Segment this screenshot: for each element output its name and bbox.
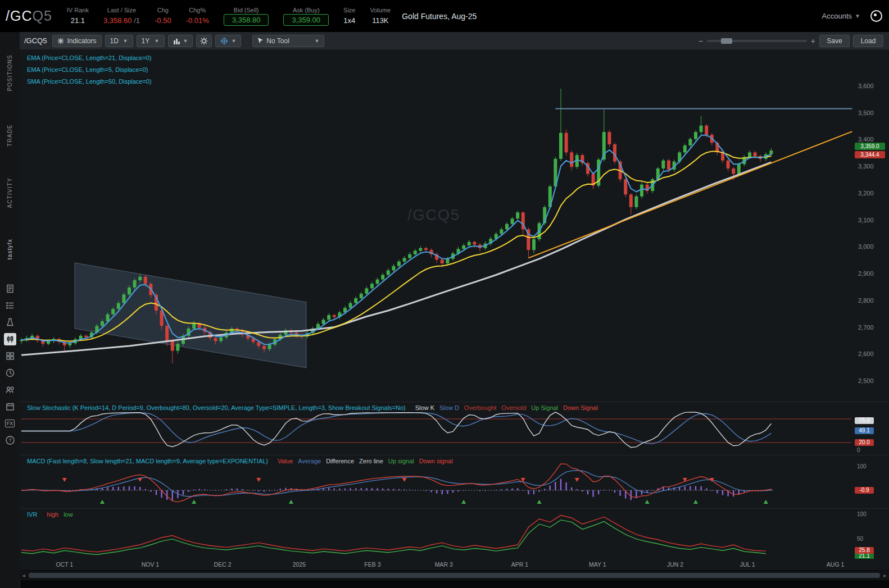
x-axis-label: FEB 3 <box>364 561 380 568</box>
chart-toolbar: /GCQ5 Indicators 1D▼ 1Y▼ ▼ ▼ No Tool ▼ −… <box>20 32 889 50</box>
drawing-tool-dropdown[interactable]: No Tool ▼ <box>252 35 324 47</box>
news-icon[interactable] <box>0 280 20 297</box>
legend-item: Average <box>298 458 321 464</box>
price-tick-label: 3,600 <box>858 83 874 89</box>
legend-item: high <box>47 511 58 518</box>
gear-icon <box>200 37 208 45</box>
zoom-out-button[interactable]: − <box>695 37 707 45</box>
down-signal-arrow <box>575 478 579 482</box>
ivr-panel[interactable]: IVRhighlow 100 50 21.1 25.8 <box>20 508 889 559</box>
price-tick-label: 2,500 <box>858 377 874 384</box>
indicator-config-labels: EMA (Price=CLOSE, Length=21, Displace=0)… <box>27 52 152 88</box>
legend-item: Up Signal <box>531 404 558 411</box>
price-tick-label: 3,100 <box>858 217 874 224</box>
macd-panel[interactable]: MACD (Fast length=8, Slow length=21, MAC… <box>20 455 889 509</box>
down-signal-arrow <box>62 478 67 482</box>
price-tick-label: 2,800 <box>858 297 874 304</box>
price-tick-label: 3,000 <box>858 243 874 250</box>
iv-rank-field: IV Rank 21.1 <box>67 6 89 26</box>
price-chart-canvas[interactable]: 2,5002,6002,7002,8002,9003,0003,1003,200… <box>20 49 889 402</box>
legend-item: Overbought <box>464 404 496 411</box>
stochastic-panel[interactable]: Slow Stochastic (K Period=14, D Period=9… <box>20 402 889 455</box>
horizontal-scrollbar[interactable]: ◄ ► <box>20 571 889 580</box>
timeframe-dropdown[interactable]: 1D▼ <box>105 35 133 47</box>
sidebar-tab-positions[interactable]: POSITIONS <box>0 40 20 106</box>
scroll-left-arrow[interactable]: ◄ <box>20 573 28 578</box>
x-axis-label: MAY 1 <box>589 561 606 568</box>
chevron-down-icon: ▼ <box>155 38 160 44</box>
up-signal-arrow <box>764 500 768 504</box>
accounts-dropdown[interactable]: Accounts▼ <box>822 12 860 20</box>
chart-icon[interactable] <box>0 331 20 348</box>
zoom-slider-thumb[interactable] <box>721 38 732 44</box>
chart-settings-button[interactable] <box>196 35 212 47</box>
journal-icon[interactable] <box>0 314 20 331</box>
scroll-right-arrow[interactable]: ► <box>881 573 889 578</box>
left-sidebar: POSITIONS TRADE ACTIVITY tastyfx FX ? <box>0 32 20 588</box>
macd-title: MACD (Fast length=8, Slow length=21, MAC… <box>27 458 453 464</box>
ivr-canvas[interactable] <box>20 509 889 559</box>
ivr-axis-50: 50 <box>857 536 863 542</box>
down-signal-arrow <box>402 478 407 482</box>
ask-price-badge: 3,359.0 <box>855 143 885 150</box>
price-chart-panel[interactable]: /GCQ5 2,5002,6002,7002,8002,9003,0003,10… <box>20 49 889 402</box>
chg-field: Chg -0.50 <box>155 6 171 26</box>
bid-button[interactable]: 3,358.80 <box>224 14 269 26</box>
globe-crosshair-icon <box>220 37 228 45</box>
price-tick-label: 3,200 <box>858 190 874 197</box>
help-icon[interactable]: ? <box>0 432 20 449</box>
x-axis-label: DEC 2 <box>214 561 232 568</box>
sidebar-tab-trade[interactable]: TRADE <box>0 112 20 159</box>
compare-dropdown[interactable]: ▼ <box>215 35 241 47</box>
chart-type-dropdown[interactable]: ▼ <box>168 35 193 47</box>
x-axis-label: JUN 2 <box>667 561 683 568</box>
chevron-down-icon: ▼ <box>123 38 128 44</box>
sidebar-tab-tastyfx[interactable]: tastyfx <box>0 227 20 271</box>
chevron-down-icon: ▼ <box>231 38 236 44</box>
legend-item: Zero line <box>359 458 383 464</box>
zoom-slider[interactable] <box>707 40 807 42</box>
legend-item: Value <box>278 458 293 464</box>
save-button[interactable]: Save <box>819 35 850 47</box>
cursor-icon <box>257 37 264 44</box>
sma50-label: SMA (Price=CLOSE, Length=50, Displace=0) <box>27 76 152 88</box>
social-icon[interactable] <box>0 381 20 398</box>
chg-pct-field: Chg% -0.01% <box>186 6 209 26</box>
x-axis-label: OCT 1 <box>56 561 73 568</box>
up-signal-arrow <box>192 500 196 504</box>
up-signal-arrow <box>645 500 650 504</box>
time-axis: OCT 1NOV 1DEC 22025FEB 3MAR 3APR 1MAY 1J… <box>20 559 889 570</box>
indicators-button[interactable]: Indicators <box>52 35 101 47</box>
sidebar-tab-activity[interactable]: ACTIVITY <box>0 166 20 220</box>
burst-icon <box>57 38 64 44</box>
symbol-title: /GCQ5 <box>6 8 52 24</box>
load-button[interactable]: Load <box>853 35 883 47</box>
history-icon[interactable] <box>0 364 20 381</box>
macd-value-badge: -0.9 <box>855 487 874 494</box>
zoom-in-button[interactable]: + <box>807 37 819 45</box>
top-quote-bar: /GCQ5 IV Rank 21.1 Last / Size 3,358.60 … <box>0 0 889 32</box>
stoch-d-badge: 49.1 <box>855 427 874 434</box>
fx-icon[interactable]: FX <box>0 415 20 432</box>
legend-item: Down signal <box>419 458 453 464</box>
ema21-label: EMA (Price=CLOSE, Length=21, Displace=0) <box>27 52 152 64</box>
range-dropdown[interactable]: 1Y▼ <box>137 35 165 47</box>
price-tick-label: 2,700 <box>858 324 874 331</box>
watchlist-icon[interactable] <box>0 297 20 314</box>
scrollbar-thumb[interactable] <box>29 573 880 578</box>
up-signal-arrow <box>289 500 293 504</box>
x-axis-label: AUG 1 <box>827 561 845 568</box>
price-tick-label: 2,600 <box>858 350 874 357</box>
x-axis-label: 2025 <box>293 561 306 568</box>
legend-item: Up signal <box>388 458 414 464</box>
up-signal-arrow <box>100 500 105 504</box>
stoch-oversold-badge: 20.0 <box>855 439 874 446</box>
ask-button[interactable]: 3,359.00 <box>283 14 329 26</box>
stoch-axis-zero: 0 <box>857 447 860 453</box>
calendar-icon[interactable] <box>0 398 20 415</box>
up-signal-arrow <box>693 500 698 504</box>
notification-icon[interactable] <box>870 10 882 22</box>
legend-item: low <box>64 511 73 518</box>
chevron-down-icon: ▼ <box>855 13 860 19</box>
grid-icon[interactable] <box>0 348 20 364</box>
